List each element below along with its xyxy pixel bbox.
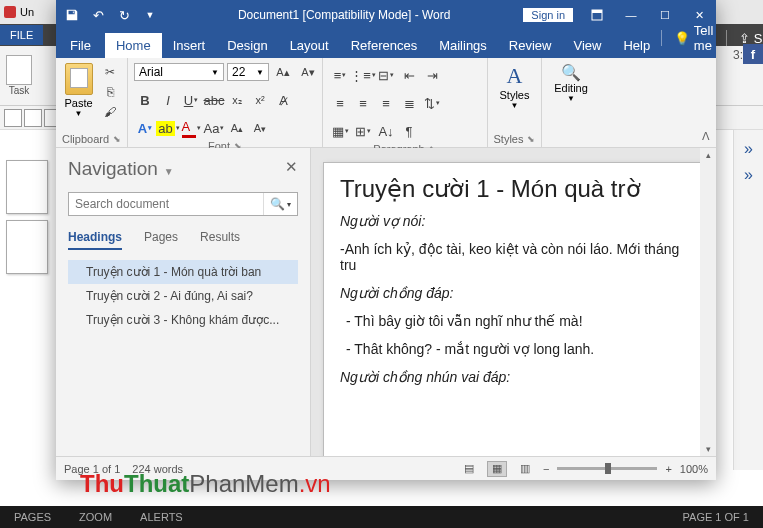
clear-format-icon[interactable]: A̷ [272, 89, 294, 111]
align-left-icon[interactable]: ≡ [329, 92, 351, 114]
line-spacing-icon[interactable]: ⇅▾ [421, 92, 443, 114]
navigation-pane: Navigation▼ ✕ 🔍▾ Headings Pages Results … [56, 148, 311, 456]
slide-thumb[interactable] [6, 220, 48, 274]
print-layout-icon[interactable]: ▦ [487, 461, 507, 477]
nav-tab-results[interactable]: Results [200, 230, 240, 250]
numbering-icon[interactable]: ⋮≡▾ [352, 64, 374, 86]
bold-button[interactable]: B [134, 89, 156, 111]
editing-button[interactable]: 🔍 Editing ▼ [546, 61, 596, 105]
word-window: ↶ ↻ ▼ Document1 [Compatibility Mode] - W… [56, 0, 716, 480]
grow-font-icon[interactable]: A▴ [272, 61, 294, 83]
tab-insert[interactable]: Insert [162, 33, 217, 58]
editing-label: Editing [554, 82, 588, 94]
tab-file[interactable]: File [56, 33, 105, 58]
share-button[interactable]: ⇪Share [731, 26, 763, 51]
doc-text: -Anh ích kỷ, độc tài, keo kiệt và còn nó… [340, 241, 699, 273]
share-label: Share [754, 31, 763, 46]
bg-file-tab[interactable]: FILE [0, 25, 43, 45]
shading-icon[interactable]: ▦▾ [329, 120, 351, 142]
underline-button[interactable]: U▾ [180, 89, 202, 111]
collapse-ribbon-icon[interactable]: ᐱ [702, 130, 710, 143]
scrollbar[interactable]: ▴▾ [700, 148, 716, 456]
nav-dropdown-icon[interactable]: ▼ [164, 166, 174, 177]
tab-review[interactable]: Review [498, 33, 563, 58]
nav-close-icon[interactable]: ✕ [285, 158, 298, 176]
decrease-indent-icon[interactable]: ⇤ [398, 64, 420, 86]
doc-text: - Thât không? - mắt người vợ long lanh. [340, 341, 699, 357]
read-mode-icon[interactable]: ▤ [459, 461, 479, 477]
increase-indent-icon[interactable]: ⇥ [421, 64, 443, 86]
align-right-icon[interactable]: ≡ [375, 92, 397, 114]
tab-design[interactable]: Design [216, 33, 278, 58]
nav-tab-headings[interactable]: Headings [68, 230, 122, 250]
paste-button[interactable]: Paste ▼ [62, 61, 95, 118]
tab-view[interactable]: View [562, 33, 612, 58]
document-page[interactable]: Truyện cười 1 - Món quà trờ Người vợ nói… [323, 162, 716, 456]
web-layout-icon[interactable]: ▥ [515, 461, 535, 477]
nav-heading-item[interactable]: Truyện cười 1 - Món quà trời ban [68, 260, 298, 284]
borders-icon[interactable]: ⊞▾ [352, 120, 374, 142]
strike-button[interactable]: abc [203, 89, 225, 111]
align-center-icon[interactable]: ≡ [352, 92, 374, 114]
tab-layout[interactable]: Layout [279, 33, 340, 58]
slide-thumb[interactable] [6, 160, 48, 214]
save-icon[interactable] [60, 3, 84, 27]
cut-icon[interactable]: ✂ [99, 63, 121, 81]
bullets-icon[interactable]: ≡▾ [329, 64, 351, 86]
chevron-icon[interactable]: » [744, 140, 753, 158]
search-button[interactable]: 🔍▾ [263, 193, 297, 215]
grow-font2-icon[interactable]: A▴ [226, 117, 248, 139]
redo-icon[interactable]: ↻ [112, 3, 136, 27]
chevron-icon[interactable]: » [744, 166, 753, 184]
highlight-icon[interactable]: ab▾ [157, 117, 179, 139]
status-alerts[interactable]: ALERTS [126, 507, 197, 527]
subscript-button[interactable]: x₂ [226, 89, 248, 111]
multilevel-icon[interactable]: ⊟▾ [375, 64, 397, 86]
zoom-out-icon[interactable]: − [543, 463, 549, 475]
search-input[interactable] [69, 193, 263, 215]
show-marks-icon[interactable]: ¶ [398, 120, 420, 142]
italic-button[interactable]: I [157, 89, 179, 111]
shrink-font2-icon[interactable]: A▾ [249, 117, 271, 139]
tab-references[interactable]: References [340, 33, 428, 58]
nav-search: 🔍▾ [68, 192, 298, 216]
shrink-font-icon[interactable]: A▾ [297, 61, 319, 83]
format-painter-icon[interactable]: 🖌 [99, 103, 121, 121]
qat-dropdown-icon[interactable]: ▼ [138, 3, 162, 27]
tab-help[interactable]: Help [612, 33, 661, 58]
font-color-icon[interactable]: A▾ [180, 117, 202, 139]
nav-heading-item[interactable]: Truyện cười 3 - Không khám được... [68, 308, 298, 332]
sort-icon[interactable]: A↓ [375, 120, 397, 142]
ribbon-options-icon[interactable] [580, 0, 614, 30]
superscript-button[interactable]: x² [249, 89, 271, 111]
nav-tab-pages[interactable]: Pages [144, 230, 178, 250]
dialog-launcher-icon[interactable]: ⬊ [527, 134, 535, 144]
status-pages[interactable]: PAGES [0, 507, 65, 527]
status-zoom[interactable]: ZOOM [65, 507, 126, 527]
status-words[interactable]: 224 words [132, 463, 183, 475]
styles-label: Styles [494, 133, 524, 145]
share-icon: ⇪ [739, 31, 750, 46]
justify-icon[interactable]: ≣ [398, 92, 420, 114]
text-effects-icon[interactable]: A▾ [134, 117, 156, 139]
bg-view-btn[interactable] [24, 109, 42, 127]
font-size-select[interactable]: 22▼ [227, 63, 269, 81]
tellme-button[interactable]: 💡Tell me [666, 18, 722, 58]
dialog-launcher-icon[interactable]: ⬊ [113, 134, 121, 144]
minimize-icon[interactable]: — [614, 0, 648, 30]
doc-heading: Truyện cười 1 - Món quà trờ [340, 175, 699, 203]
bg-view-btn[interactable] [4, 109, 22, 127]
tab-home[interactable]: Home [105, 33, 162, 58]
zoom-value[interactable]: 100% [680, 463, 708, 475]
status-page[interactable]: Page 1 of 1 [64, 463, 120, 475]
styles-button[interactable]: A Styles ▼ [492, 61, 538, 112]
font-name-select[interactable]: Arial▼ [134, 63, 224, 81]
copy-icon[interactable]: ⎘ [99, 83, 121, 101]
zoom-slider[interactable] [557, 467, 657, 470]
tab-mailings[interactable]: Mailings [428, 33, 498, 58]
change-case-icon[interactable]: Aa▾ [203, 117, 225, 139]
zoom-in-icon[interactable]: + [665, 463, 671, 475]
undo-icon[interactable]: ↶ [86, 3, 110, 27]
signin-button[interactable]: Sign in [522, 7, 574, 23]
nav-heading-item[interactable]: Truyện cười 2 - Ai đúng, Ai sai? [68, 284, 298, 308]
